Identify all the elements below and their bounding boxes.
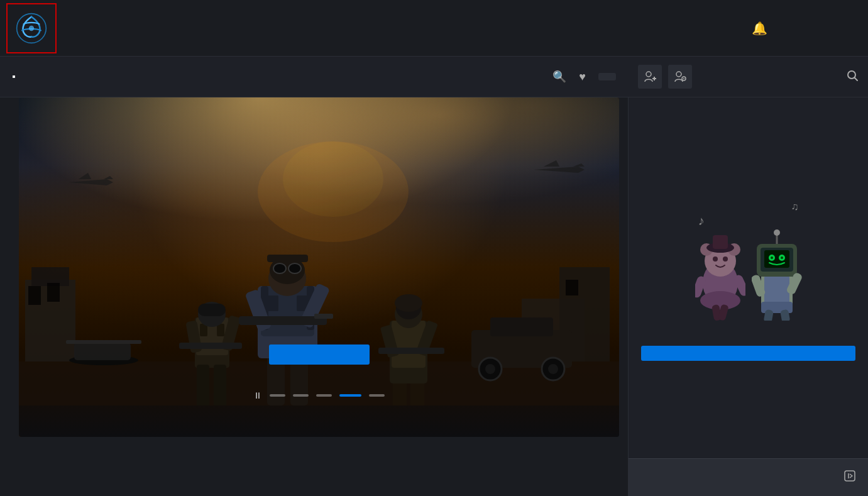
game-title-section bbox=[19, 198, 619, 201]
svg-rect-39 bbox=[239, 316, 327, 325]
svg-rect-102 bbox=[845, 471, 855, 481]
nav-right-section: 🔔 bbox=[752, 21, 767, 36]
svg-point-79 bbox=[723, 256, 728, 262]
wishlist-heart-icon[interactable]: ♥ bbox=[579, 70, 586, 84]
add-friend-main-button[interactable] bbox=[641, 346, 855, 361]
svg-point-47 bbox=[395, 294, 422, 312]
svg-rect-12 bbox=[66, 340, 141, 344]
manage-friends-icon bbox=[674, 70, 686, 83]
svg-marker-59 bbox=[69, 179, 113, 185]
svg-point-74 bbox=[700, 291, 740, 310]
top-navigation: 🔔 bbox=[0, 0, 868, 57]
svg-rect-52 bbox=[490, 317, 553, 336]
friends-search-button[interactable] bbox=[846, 69, 859, 85]
chats-groups-expand-button[interactable] bbox=[844, 470, 855, 485]
svg-point-1 bbox=[29, 25, 34, 30]
carousel-dot-5[interactable] bbox=[369, 394, 385, 397]
svg-rect-50 bbox=[378, 348, 444, 354]
arrow-right-icon bbox=[844, 470, 855, 482]
svg-rect-16 bbox=[217, 324, 224, 336]
music-note-2: ♫ bbox=[791, 201, 799, 212]
shop-bar: 🔍 ♥ bbox=[0, 57, 629, 97]
logo-box[interactable] bbox=[6, 3, 57, 53]
svg-rect-11 bbox=[74, 343, 131, 360]
shop-search-icon[interactable]: 🔍 bbox=[552, 70, 566, 84]
svg-marker-63 bbox=[544, 160, 559, 167]
close-button[interactable] bbox=[839, 0, 868, 20]
friends-illustration: ♪ ♫ bbox=[686, 195, 811, 321]
svg-rect-18 bbox=[198, 304, 226, 316]
svg-point-35 bbox=[288, 263, 301, 273]
carousel-dot-2[interactable] bbox=[293, 394, 309, 397]
svg-marker-61 bbox=[104, 176, 113, 179]
carousel-pagination: ⏸ bbox=[19, 390, 619, 400]
svg-line-72 bbox=[855, 77, 858, 80]
svg-point-68 bbox=[676, 72, 681, 77]
svg-rect-9 bbox=[566, 280, 578, 295]
chats-groups-bar[interactable] bbox=[629, 458, 868, 496]
carousel-dot-4-active[interactable] bbox=[339, 394, 361, 397]
add-friend-button[interactable] bbox=[638, 65, 662, 89]
svg-marker-60 bbox=[79, 173, 91, 179]
svg-marker-64 bbox=[573, 163, 585, 167]
friends-bar bbox=[629, 57, 868, 97]
carousel-dot-1[interactable] bbox=[270, 394, 285, 397]
maximize-button[interactable] bbox=[810, 0, 839, 20]
svg-rect-36 bbox=[267, 255, 308, 262]
pause-carousel-button[interactable]: ⏸ bbox=[253, 390, 262, 400]
svg-point-56 bbox=[548, 364, 558, 374]
character-1-illustration bbox=[695, 220, 745, 321]
svg-rect-6 bbox=[47, 283, 60, 302]
svg-rect-21 bbox=[179, 343, 242, 349]
svg-marker-62 bbox=[534, 167, 585, 173]
right-panel: ♪ ♫ bbox=[628, 0, 868, 496]
svg-rect-40 bbox=[314, 314, 333, 319]
svg-point-70 bbox=[683, 78, 684, 79]
carousel-dot-3[interactable] bbox=[316, 394, 332, 397]
window-controls bbox=[781, 0, 868, 20]
svg-rect-81 bbox=[713, 235, 728, 249]
svg-point-97 bbox=[774, 229, 780, 236]
svg-rect-5 bbox=[28, 286, 41, 305]
hero-banner: ⏸ bbox=[19, 97, 619, 437]
svg-rect-87 bbox=[764, 275, 789, 304]
shopbar-right: 🔍 ♥ bbox=[552, 70, 616, 84]
friends-empty-state: ♪ ♫ bbox=[629, 97, 868, 458]
manage-friends-button[interactable] bbox=[668, 65, 692, 89]
svg-point-94 bbox=[771, 256, 773, 259]
notification-bell-icon[interactable]: 🔔 bbox=[752, 21, 767, 36]
svg-point-78 bbox=[713, 256, 718, 262]
svg-point-65 bbox=[646, 72, 651, 77]
svg-point-34 bbox=[273, 263, 286, 273]
svg-rect-28 bbox=[267, 295, 278, 311]
add-friend-icon bbox=[644, 70, 656, 83]
character-2-illustration bbox=[752, 220, 802, 321]
battlenet-logo-icon bbox=[16, 13, 47, 44]
friends-search-icon bbox=[846, 69, 859, 82]
balance-button[interactable] bbox=[598, 73, 616, 80]
browse-button[interactable] bbox=[13, 75, 15, 78]
battlefield-scene bbox=[19, 141, 619, 405]
minimize-button[interactable] bbox=[781, 0, 810, 20]
svg-point-58 bbox=[283, 141, 383, 217]
play-free-button[interactable] bbox=[269, 344, 370, 365]
svg-point-95 bbox=[781, 256, 783, 259]
svg-point-55 bbox=[485, 364, 495, 374]
